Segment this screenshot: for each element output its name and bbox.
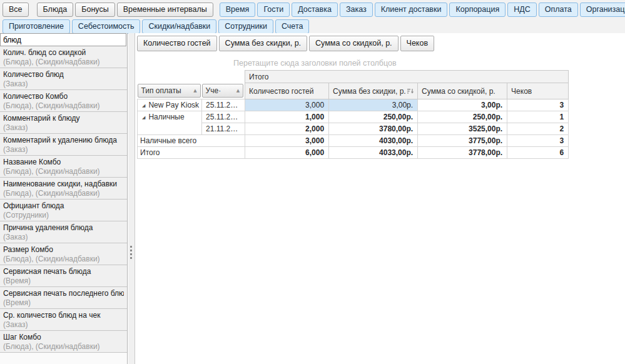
header-corner (138, 71, 245, 83)
filter-button-invoices[interactable]: Счета (275, 19, 309, 34)
cell-sum-without-discount[interactable]: 4030,00р. (329, 135, 418, 147)
filter-button-corporation[interactable]: Корпорация (449, 3, 506, 17)
sort-asc-icon: ▲ (236, 88, 240, 93)
column-header-sum-with-discount[interactable]: Сумма со скидкой, р. (418, 83, 507, 99)
cell-sum-with-discount[interactable]: 3525,00р. (418, 123, 507, 135)
cell-checks[interactable]: 2 (507, 123, 569, 135)
field-item-avg-dishes-per-check[interactable]: Ср. количество блюд на чек (Заказ) (0, 309, 127, 331)
cell-checks[interactable]: 6 (507, 147, 569, 159)
filter-button-time-intervals[interactable]: Временные интервалы (117, 3, 213, 17)
row-header-payment[interactable]: ◢Наличные (138, 111, 202, 135)
cell-checks[interactable]: 3 (507, 135, 569, 147)
field-subtitle: (Блюда), (Скидки/надбавки) (3, 189, 124, 198)
row-header-date[interactable]: 21.11.2… (202, 123, 245, 135)
field-item-combo-step[interactable]: Шаг Комбо (Блюда), (Скидки/надбавки) (0, 331, 127, 353)
filter-button-time[interactable]: Время (220, 3, 256, 17)
filter-button-payment[interactable]: Оплата (539, 3, 578, 17)
field-title: Сервисная печать блюда (3, 267, 124, 276)
splitter-grip-icon[interactable] (130, 246, 132, 261)
filter-button-preparation[interactable]: Приготовление (3, 19, 70, 34)
field-item-deletion-reason[interactable]: Причина удаления блюда (Заказ) (0, 221, 127, 243)
filter-button-delivery[interactable]: Доставка (292, 3, 338, 17)
filter-button-dishes[interactable]: Блюда (37, 3, 74, 17)
field-title: Колич. блюд со скидкой (3, 48, 124, 58)
row-field-accounting-day: Уче· ▲ (202, 83, 245, 99)
field-subtitle: (Заказ) (3, 79, 124, 88)
filter-button-cost[interactable]: Себестоимость (72, 19, 141, 34)
pivot-table: Итого Тип оплаты ▲ Уче· ▲ Количество гос… (137, 70, 569, 159)
cell-sum-with-discount[interactable]: 3,00р. (418, 99, 507, 111)
field-item-combo-size[interactable]: Размер Комбо (Блюда), (Скидки/надбавки) (0, 243, 127, 265)
field-item-deletion-comment[interactable]: Комментарий к удалению блюда (Заказ) (0, 134, 127, 156)
measure-button-checks[interactable]: Чеков (400, 36, 435, 51)
field-item-qty-combo[interactable]: Количество Комбо (Блюда), (Скидки/надбав… (0, 90, 127, 112)
cell-guest-count[interactable]: 6,000 (245, 147, 329, 159)
field-title: Количество блюд (3, 70, 124, 79)
field-title: Название Комбо (3, 158, 124, 167)
field-search-input[interactable] (0, 33, 126, 46)
measure-button-sum-without-discount[interactable]: Сумма без скидки, р. (219, 36, 307, 51)
field-item-dish-comment[interactable]: Комментарий к блюду (Заказ) (0, 112, 127, 134)
field-subtitle: (Сотрудники) (3, 211, 124, 220)
column-header-guest-count[interactable]: Количество гостей (245, 83, 329, 99)
cell-sum-without-discount[interactable]: 3780,00р. (329, 123, 418, 135)
cell-sum-with-discount[interactable]: 250,00р. (418, 111, 507, 123)
filter-button-organization[interactable]: Организация (580, 3, 625, 17)
filter-row-1: Все Блюда Бонусы Временные интервалы Вре… (3, 3, 622, 17)
field-item-dish-waiter[interactable]: Официант блюда (Сотрудники) (0, 200, 127, 221)
cell-sum-with-discount[interactable]: 3775,00р. (418, 135, 507, 147)
row-header-subtotal[interactable]: Наличные всего (138, 135, 245, 147)
filter-button-all[interactable]: Все (3, 3, 29, 17)
field-button-label: Уче· (206, 86, 221, 95)
cell-guest-count[interactable]: 1,000 (245, 111, 329, 123)
field-subtitle: (Время) (3, 298, 124, 307)
row-header-date[interactable]: 25.11.2… (202, 111, 245, 123)
expand-icon[interactable]: ◢ (142, 103, 145, 108)
filter-button-bonuses[interactable]: Бонусы (75, 3, 114, 17)
filter-button-employees[interactable]: Сотрудники (218, 19, 273, 34)
cell-checks[interactable]: 3 (507, 99, 569, 111)
field-title: Официант блюда (3, 201, 124, 211)
cell-sum-without-discount[interactable]: 4033,00р. (329, 147, 418, 159)
cell-sum-without-discount[interactable]: 250,00р. (329, 111, 418, 123)
field-item-discount-name[interactable]: Наименование скидки, надбавки (Блюда), (… (0, 178, 127, 200)
field-title: Комментарий к удалению блюда (3, 136, 124, 145)
cell-guest-count[interactable]: 3,000 (245, 135, 329, 147)
measure-button-guest-count[interactable]: Количество гостей (137, 36, 217, 51)
field-subtitle: (Заказ) (3, 145, 124, 154)
field-subtitle: (Заказ) (3, 123, 124, 132)
column-total-header[interactable]: Итого (245, 71, 569, 83)
filter-button-vat[interactable]: НДС (507, 3, 537, 17)
filter-button-order[interactable]: Заказ (340, 3, 373, 17)
cell-guest-count[interactable]: 3,000 (245, 99, 329, 111)
column-header-sum-without-discount[interactable]: Сумма без скидки, р. (329, 83, 418, 99)
field-item-service-print[interactable]: Сервисная печать блюда (Время) (0, 265, 127, 287)
cell-guest-count[interactable]: 2,000 (245, 123, 329, 135)
expand-icon[interactable]: ◢ (142, 115, 145, 120)
filter-button-discounts[interactable]: Скидки/надбавки (142, 19, 216, 34)
field-title: Размер Комбо (3, 245, 124, 255)
field-title: Комментарий к блюду (3, 114, 124, 123)
row-header-payment[interactable]: ◢New Pay Kiosk (138, 99, 202, 111)
column-drop-zone[interactable]: Перетащите сюда заголовки полей столбцов (233, 59, 397, 68)
column-header-checks[interactable]: Чеков (507, 83, 569, 99)
field-item-last-service-print[interactable]: Сервисная печать последнего блюда (Время… (0, 287, 127, 309)
field-item-combo-name[interactable]: Название Комбо (Блюда), (Скидки/надбавки… (0, 156, 127, 178)
row-header-grand-total[interactable]: Итого (138, 147, 245, 159)
measure-button-sum-with-discount[interactable]: Сумма со скидкой, р. (309, 36, 398, 51)
filter-button-delivery-client[interactable]: Клиент доставки (375, 3, 448, 17)
field-item-qty-dishes-discount[interactable]: Колич. блюд со скидкой (Блюда), (Скидки/… (0, 46, 127, 68)
olap-report-window: Все Блюда Бонусы Временные интервалы Вре… (0, 0, 625, 364)
cell-sum-with-discount[interactable]: 3778,00р. (418, 147, 507, 159)
field-subtitle: (Заказ) (3, 320, 124, 329)
cell-checks[interactable]: 1 (507, 111, 569, 123)
table-row-grand-total: Итого 6,000 4033,00р. 3778,00р. 6 (138, 147, 569, 159)
sidebar-splitter[interactable] (128, 33, 135, 364)
field-item-qty-dishes[interactable]: Количество блюд (Заказ) (0, 68, 127, 90)
filter-button-guests[interactable]: Гости (257, 3, 290, 17)
field-button-accounting-day[interactable]: Уче· ▲ (202, 84, 244, 98)
cell-sum-without-discount[interactable]: 3,00р. (329, 99, 418, 111)
row-header-date[interactable]: 25.11.2… (202, 99, 245, 111)
field-button-payment-type[interactable]: Тип оплаты ▲ (138, 84, 201, 98)
field-title: Причина удаления блюда (3, 223, 124, 233)
